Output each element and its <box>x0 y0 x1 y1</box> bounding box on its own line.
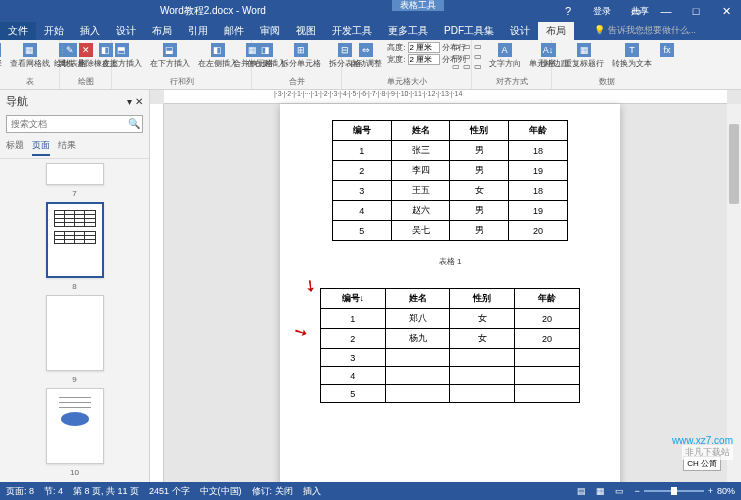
menu-table-design[interactable]: 设计 <box>502 22 538 40</box>
status-words[interactable]: 2451 个字 <box>149 485 190 498</box>
menu-review[interactable]: 审阅 <box>252 22 288 40</box>
convert-to-text-button[interactable]: T转换为文本 <box>609 42 655 70</box>
insert-below-button[interactable]: ⬓在下方插入 <box>147 42 193 70</box>
title-bar: Word教程2.docx - Word 表格工具 ? 登录 共享 ▭ — □ ✕ <box>0 0 741 22</box>
annotation-arrow-icon: ➙ <box>291 320 309 342</box>
autofit-button[interactable]: ⇔自动调整 <box>347 42 385 70</box>
navigation-pane: 导航 ▾ ✕ 🔍 标题 页面 结果 7 8 9 <box>0 90 150 482</box>
menu-pdf[interactable]: PDF工具集 <box>436 22 502 40</box>
vertical-scrollbar[interactable] <box>727 104 741 482</box>
watermark-text: 非凡下载站 <box>682 445 733 460</box>
zoom-in-button[interactable]: + <box>708 486 713 496</box>
page-thumbnails: 7 8 9 10 <box>0 159 149 482</box>
view-print-icon[interactable]: ▦ <box>596 486 605 496</box>
document-title: Word教程2.docx - Word <box>160 4 266 18</box>
view-read-icon[interactable]: ▤ <box>577 486 586 496</box>
table-2[interactable]: 编号↓姓名性别年龄 1郑八女20 2杨九女20 3 4 5 <box>320 288 580 403</box>
thumb-page-10[interactable] <box>46 388 104 464</box>
menu-design[interactable]: 设计 <box>108 22 144 40</box>
width-label: 宽度: <box>387 54 405 65</box>
horizontal-ruler[interactable]: |·3·|·2·|·1·|···|·1·|·2·|·3·|·4·|·5·|·6·… <box>164 90 727 104</box>
annotation-arrow-icon: ➘ <box>300 274 322 297</box>
search-icon[interactable]: 🔍 <box>128 118 140 129</box>
zoom-out-button[interactable]: − <box>634 486 639 496</box>
minimize-button[interactable]: — <box>651 0 681 22</box>
merge-cells-button[interactable]: ▦合并单元格 <box>230 42 276 70</box>
nav-tab-results[interactable]: 结果 <box>58 137 76 156</box>
view-web-icon[interactable]: ▭ <box>615 486 624 496</box>
row-height-input[interactable] <box>408 42 440 53</box>
menu-developer[interactable]: 开发工具 <box>324 22 380 40</box>
ribbon-options-icon[interactable]: ▭ <box>621 0 651 22</box>
document-area: |·3·|·2·|·1·|···|·1·|·2·|·3·|·4·|·5·|·6·… <box>150 90 741 482</box>
maximize-button[interactable]: □ <box>681 0 711 22</box>
menu-layout[interactable]: 布局 <box>144 22 180 40</box>
table-tools-label: 表格工具 <box>392 0 444 11</box>
status-insert[interactable]: 插入 <box>303 485 321 498</box>
view-gridlines-button[interactable]: ▦查看网格线 <box>7 42 53 70</box>
nav-tab-pages[interactable]: 页面 <box>32 137 50 156</box>
login-link[interactable]: 登录 <box>593 5 611 18</box>
status-section[interactable]: 节: 4 <box>44 485 63 498</box>
help-icon[interactable]: ? <box>565 5 571 17</box>
menu-file[interactable]: 文件 <box>0 22 36 40</box>
col-width-input[interactable] <box>408 54 440 65</box>
menu-more[interactable]: 更多工具 <box>380 22 436 40</box>
split-cells-button[interactable]: ⊞拆分单元格 <box>278 42 324 70</box>
formula-button[interactable]: fx <box>657 42 677 70</box>
sort-button[interactable]: A↓排序 <box>537 42 559 70</box>
tell-me-input[interactable]: 💡 告诉我您想要做什么... <box>594 22 696 40</box>
text-direction-button[interactable]: A文字方向 <box>486 42 524 71</box>
close-button[interactable]: ✕ <box>711 0 741 22</box>
table-1[interactable]: 编号姓名性别年龄 1张三男18 2李四男19 3王五女18 4赵六男19 5吴七… <box>332 120 568 241</box>
menu-table-layout[interactable]: 布局 <box>538 22 574 40</box>
document-page[interactable]: 编号姓名性别年龄 1张三男18 2李四男19 3王五女18 4赵六男19 5吴七… <box>280 104 620 482</box>
nav-tab-headings[interactable]: 标题 <box>6 137 24 156</box>
status-bar: 页面: 8 节: 4 第 8 页, 共 11 页 2451 个字 中文(中国) … <box>0 482 741 500</box>
vertical-ruler[interactable] <box>150 104 164 482</box>
menu-references[interactable]: 引用 <box>180 22 216 40</box>
menu-mailings[interactable]: 邮件 <box>216 22 252 40</box>
menu-bar: 文件 开始 插入 设计 布局 引用 邮件 审阅 视图 开发工具 更多工具 PDF… <box>0 22 741 40</box>
menu-view[interactable]: 视图 <box>288 22 324 40</box>
status-page[interactable]: 页面: 8 <box>6 485 34 498</box>
thumb-page-8[interactable] <box>46 202 104 278</box>
nav-close-button[interactable]: ▾ ✕ <box>127 96 143 107</box>
zoom-level[interactable]: 80% <box>717 486 735 496</box>
height-label: 高度: <box>387 42 405 53</box>
nav-search-input[interactable] <box>6 115 143 133</box>
status-track[interactable]: 修订: 关闭 <box>252 485 293 498</box>
repeat-header-button[interactable]: ▦重复标题行 <box>561 42 607 70</box>
table-1-caption: 表格 1 <box>332 256 568 267</box>
menu-home[interactable]: 开始 <box>36 22 72 40</box>
ribbon: ▭选择 ▦查看网格线 ☰属性 表 ✎绘制表格 ◧橡皮擦 绘图 ✕删除 ⬒在上方插… <box>0 40 741 90</box>
zoom-slider[interactable] <box>644 490 704 492</box>
thumb-page-7[interactable] <box>46 163 104 185</box>
select-button[interactable]: ▭选择 <box>0 42 5 70</box>
delete-button[interactable]: ✕删除 <box>75 42 97 70</box>
alignment-grid[interactable]: ▭▭▭ ▭▭▭ ▭▭▭ <box>452 42 484 71</box>
thumb-page-9[interactable] <box>46 295 104 371</box>
status-pages[interactable]: 第 8 页, 共 11 页 <box>73 485 139 498</box>
insert-above-button[interactable]: ⬒在上方插入 <box>99 42 145 70</box>
menu-insert[interactable]: 插入 <box>72 22 108 40</box>
status-lang[interactable]: 中文(中国) <box>200 485 242 498</box>
nav-title: 导航 <box>6 94 28 109</box>
